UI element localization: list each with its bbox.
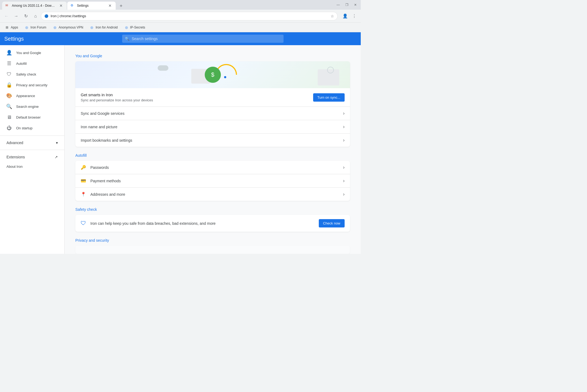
you-google-card: $ Get smarts in Iron Sync and personaliz…: [75, 61, 350, 147]
address-bar[interactable]: 🔵 Iron | chrome://settings ☆: [41, 12, 338, 20]
startup-icon: ⏻: [6, 125, 12, 131]
card-icon: 💳: [81, 178, 86, 184]
addresses-arrow-icon: ›: [343, 191, 345, 197]
iron-name-row[interactable]: Iron name and picture ›: [75, 120, 350, 134]
apps-icon: ⊞: [5, 25, 9, 30]
sync-info-row: Get smarts in Iron Sync and personalize …: [75, 88, 350, 107]
search-input[interactable]: [122, 35, 284, 43]
check-now-button[interactable]: Check now: [319, 219, 345, 227]
autofill-card: 🔑 Passwords › 💳 Payment methods › 📍 Addr…: [75, 161, 350, 201]
person-icon: 👤: [6, 50, 12, 55]
forward-button[interactable]: →: [12, 12, 20, 20]
sidebar-item-appearance[interactable]: 🎨 Appearance: [0, 90, 64, 101]
back-button[interactable]: ←: [2, 12, 11, 20]
close-button[interactable]: ✕: [352, 2, 359, 8]
sidebar-item-default-browser[interactable]: 🖥 Default browser: [0, 112, 64, 123]
maximize-button[interactable]: ❐: [344, 2, 350, 8]
bookmarks-bar: ⊞ Apps ◎ Iron Forum ◎ Anonymous VPN ◎ Ir…: [0, 23, 361, 32]
search-container: 🔍: [122, 35, 284, 43]
sidebar-you-google-label: You and Google: [16, 51, 41, 55]
settings-header: Settings 🔍: [0, 32, 361, 45]
payment-row-left: 💳 Payment methods: [81, 178, 121, 184]
address-text: Iron | chrome://settings: [51, 14, 328, 18]
anon-vpn-icon: ◎: [53, 25, 57, 30]
tab-1-title: Among Us 2020.11.4 - Downloa...: [12, 4, 56, 8]
titlebar: ✉ Among Us 2020.11.4 - Downloa... ✕ ⚙ Se…: [0, 0, 361, 10]
import-bookmarks-label: Import bookmarks and settings: [81, 138, 132, 142]
tab-strip: ✉ Among Us 2020.11.4 - Downloa... ✕ ⚙ Se…: [2, 0, 333, 10]
nav-right-icons: 👤 ⋮: [341, 12, 359, 20]
bookmark-anon-vpn[interactable]: ◎ Anonymous VPN: [50, 24, 86, 31]
sidebar-item-safety-check[interactable]: 🛡 Safety check: [0, 69, 64, 80]
new-tab-button[interactable]: +: [117, 2, 125, 10]
bookmark-apps[interactable]: ⊞ Apps: [2, 24, 21, 31]
sidebar-on-startup-label: On startup: [16, 126, 33, 130]
bookmark-iron-forum[interactable]: ◎ Iron Forum: [22, 24, 49, 31]
passwords-row-left: 🔑 Passwords: [81, 165, 109, 170]
appearance-icon: 🎨: [6, 93, 12, 98]
sync-services-row[interactable]: Sync and Google services ›: [75, 107, 350, 120]
addresses-label: Addresses and more: [90, 192, 125, 197]
tab-1-favicon: ✉: [5, 3, 10, 8]
sidebar-item-search-engine[interactable]: 🔍 Search engine: [0, 101, 64, 112]
menu-button[interactable]: ⋮: [350, 12, 359, 20]
sidebar-about-label: About Iron: [6, 165, 23, 169]
home-button[interactable]: ⌂: [31, 12, 40, 20]
safety-check-left: 🛡 Iron can help keep you safe from data …: [81, 220, 215, 226]
sidebar-item-privacy-security[interactable]: 🔒 Privacy and security: [0, 80, 64, 90]
reload-button[interactable]: ↻: [22, 12, 30, 20]
default-browser-icon: 🖥: [6, 115, 12, 120]
sidebar-appearance-label: Appearance: [16, 94, 35, 98]
safety-check-text: Iron can help keep you safe from data br…: [90, 221, 215, 226]
tab-2[interactable]: ⚙ Settings ✕: [67, 2, 116, 10]
bookmark-star-icon[interactable]: ☆: [331, 14, 334, 18]
passwords-arrow-icon: ›: [343, 165, 345, 170]
import-bookmarks-arrow-icon: ›: [343, 137, 345, 143]
tab-2-favicon: ⚙: [70, 3, 75, 8]
passwords-row[interactable]: 🔑 Passwords ›: [75, 161, 350, 174]
sidebar-extensions-label: Extensions: [6, 155, 25, 159]
app-layout: 👤 You and Google ☰ Autofill 🛡 Safety che…: [0, 45, 361, 254]
sidebar-extensions[interactable]: Extensions ↗: [0, 152, 64, 162]
bookmark-ip-secrets-label: IP-Secrets: [130, 26, 145, 29]
search-engine-icon: 🔍: [6, 104, 12, 109]
art-dot-blue: [224, 76, 226, 78]
autofill-section-title: Autofill: [75, 153, 350, 158]
address-favicon: 🔵: [44, 14, 48, 18]
turn-on-sync-button[interactable]: Turn on sync...: [313, 93, 345, 102]
tab-2-close[interactable]: ✕: [108, 3, 112, 8]
tab-1-close[interactable]: ✕: [59, 3, 63, 8]
minimize-button[interactable]: —: [335, 2, 341, 8]
sidebar-autofill-label: Autofill: [16, 62, 27, 66]
safety-shield-icon: 🛡: [6, 72, 12, 77]
safety-check-section-title: Safety check: [75, 207, 350, 212]
payment-methods-label: Payment methods: [90, 179, 121, 183]
sidebar-safety-label: Safety check: [16, 72, 36, 76]
addresses-row[interactable]: 📍 Addresses and more ›: [75, 188, 350, 201]
external-link-icon: ↗: [55, 155, 58, 159]
sidebar-search-engine-label: Search engine: [16, 105, 39, 109]
sidebar-item-you-and-google[interactable]: 👤 You and Google: [0, 47, 64, 58]
sidebar-item-autofill[interactable]: ☰ Autofill: [0, 58, 64, 69]
bookmark-ip-secrets[interactable]: ◎ IP-Secrets: [122, 24, 148, 31]
sidebar-advanced[interactable]: Advanced ▾: [0, 138, 64, 148]
sidebar-item-about[interactable]: About Iron: [0, 162, 64, 171]
main-content: You and Google $ Get smarts in Iron Sync…: [65, 45, 361, 254]
bookmark-anon-vpn-label: Anonymous VPN: [59, 26, 83, 29]
payment-methods-row[interactable]: 💳 Payment methods ›: [75, 174, 350, 188]
sync-banner-art: $: [75, 61, 350, 88]
settings-title: Settings: [4, 36, 45, 42]
art-circle-green: $: [205, 67, 221, 83]
autofill-icon: ☰: [6, 61, 12, 66]
sync-subtitle: Sync and personalize Iron across your de…: [81, 98, 153, 102]
tab-1[interactable]: ✉ Among Us 2020.11.4 - Downloa... ✕: [2, 2, 67, 10]
privacy-shield-icon: 🔒: [6, 82, 12, 88]
import-bookmarks-row[interactable]: Import bookmarks and settings ›: [75, 134, 350, 147]
bookmark-iron-android[interactable]: ◎ Iron for Android: [87, 24, 120, 31]
sync-services-arrow-icon: ›: [343, 111, 345, 116]
sidebar-item-on-startup[interactable]: ⏻ On startup: [0, 123, 64, 133]
profile-button[interactable]: 👤: [341, 12, 349, 20]
key-icon: 🔑: [81, 165, 86, 170]
safety-check-row: 🛡 Iron can help keep you safe from data …: [75, 215, 350, 232]
privacy-security-card: [75, 246, 350, 254]
